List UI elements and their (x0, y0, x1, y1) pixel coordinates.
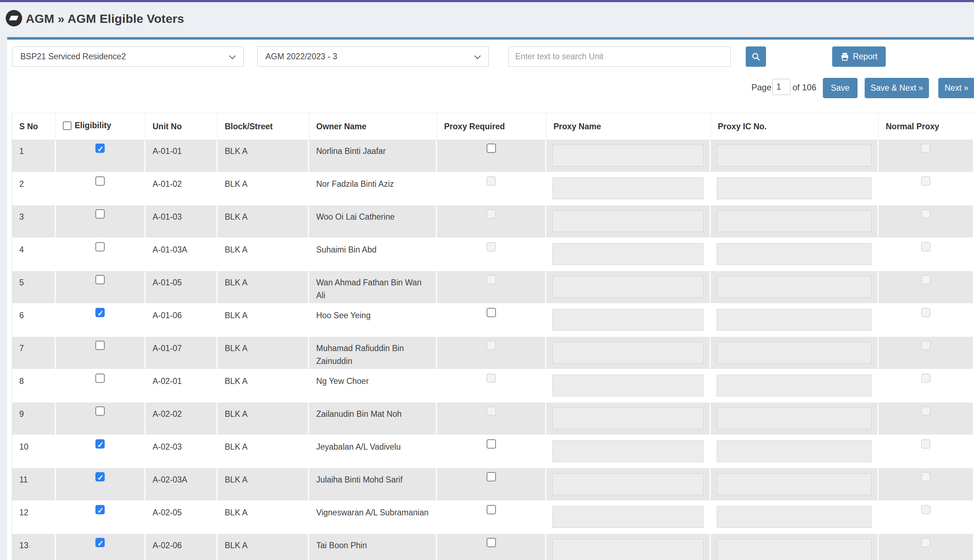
owner-name-cell: Wan Ahmad Fathan Bin Wan Ali (309, 271, 437, 304)
eligibility-checkbox[interactable] (95, 472, 105, 482)
page-number-input[interactable] (772, 79, 791, 95)
proxy-required-checkbox[interactable] (487, 538, 496, 547)
eligibility-checkbox[interactable] (95, 439, 105, 448)
proxy-required-cell (437, 402, 546, 435)
proxy-required-cell (437, 337, 546, 370)
next-button[interactable]: Next » (938, 78, 974, 98)
property-select[interactable]: BSP21 Serviced Residence2 (12, 47, 244, 67)
report-button[interactable]: Report (832, 47, 886, 67)
proxy-name-input (552, 145, 704, 167)
owner-name-cell: Ng Yew Choer (309, 370, 437, 402)
proxy-required-checkbox[interactable] (487, 505, 496, 514)
proxy-ic-cell (710, 435, 879, 468)
block-street-cell: BLK A (218, 534, 309, 560)
proxy-name-input (552, 309, 704, 331)
proxy-ic-input (717, 309, 871, 331)
s-no-cell: 4 (12, 238, 56, 271)
proxy-required-cell (437, 205, 546, 238)
proxy-name-input (552, 506, 704, 528)
proxy-name-input (552, 342, 704, 363)
s-no-cell: 1 (12, 140, 56, 172)
table-header-row: S No Eligibility Unit No Block/Street Ow… (12, 113, 974, 140)
proxy-name-cell (546, 402, 710, 435)
proxy-ic-cell (710, 304, 879, 337)
eligibility-cell (56, 238, 145, 271)
owner-name-cell: Zailanudin Bin Mat Noh (309, 402, 437, 435)
save-button[interactable]: Save (823, 78, 857, 98)
eligibility-checkbox[interactable] (95, 242, 105, 252)
proxy-name-cell (546, 205, 710, 238)
unit-no-cell: A-01-03 (145, 205, 218, 238)
proxy-required-checkbox[interactable] (487, 439, 496, 448)
s-no-cell: 13 (12, 534, 56, 560)
owner-name-cell: Jeyabalan A/L Vadivelu (309, 435, 437, 468)
proxy-required-checkbox (487, 407, 496, 416)
table-row: 10 A-02-03 BLK A Jeyabalan A/L Vadivelu (12, 435, 974, 468)
proxy-required-checkbox[interactable] (487, 308, 496, 317)
proxy-name-input (552, 539, 704, 560)
eligibility-checkbox[interactable] (95, 143, 105, 153)
agm-select[interactable]: AGM 2022/2023 - 3 (257, 47, 489, 67)
proxy-ic-cell (710, 402, 879, 435)
eligibility-checkbox[interactable] (95, 505, 105, 514)
owner-name-cell: Vigneswaran A/L Subramanian (309, 501, 437, 534)
owner-name-cell: Woo Oi Lai Catherine (309, 205, 437, 238)
eligibility-checkbox[interactable] (95, 341, 105, 350)
s-no-cell: 8 (12, 370, 56, 402)
header-unit-no: Unit No (145, 113, 218, 140)
page-header: AGM » AGM Eligible Voters (0, 2, 974, 37)
unit-no-cell: A-01-03A (145, 238, 218, 271)
s-no-cell: 12 (12, 501, 56, 534)
unit-no-cell: A-02-05 (145, 501, 218, 534)
table-row: 4 A-01-03A BLK A Suhaimi Bin Abd (12, 238, 974, 271)
normal-proxy-cell (879, 337, 974, 370)
eligibility-checkbox[interactable] (95, 538, 105, 547)
block-street-cell: BLK A (218, 402, 309, 435)
proxy-required-cell (437, 238, 546, 271)
normal-proxy-cell (879, 304, 974, 337)
s-no-cell: 10 (12, 435, 56, 468)
eligibility-checkbox[interactable] (95, 407, 105, 416)
proxy-ic-input (717, 276, 871, 298)
table-row: 11 A-02-03A BLK A Julaiha Binti Mohd Sar… (12, 468, 974, 501)
eligibility-cell (56, 468, 145, 501)
proxy-ic-cell (710, 337, 879, 370)
unit-no-cell: A-02-03A (145, 468, 218, 501)
table-row: 3 A-01-03 BLK A Woo Oi Lai Catherine (12, 205, 974, 238)
unit-no-cell: A-01-02 (145, 172, 218, 205)
proxy-required-checkbox[interactable] (487, 472, 496, 482)
eligibility-checkbox[interactable] (95, 373, 105, 383)
eligibility-cell (56, 435, 145, 468)
select-all-eligibility-checkbox[interactable] (63, 122, 72, 130)
block-street-cell: BLK A (218, 337, 309, 370)
proxy-required-cell (437, 271, 546, 304)
proxy-required-checkbox (487, 242, 496, 252)
save-and-next-button[interactable]: Save & Next » (865, 78, 929, 98)
owner-name-cell: Nor Fadzila Binti Aziz (309, 172, 437, 205)
eligibility-cell (56, 172, 145, 205)
proxy-ic-cell (710, 238, 879, 271)
proxy-name-input (552, 440, 704, 462)
chevron-down-icon (474, 52, 480, 59)
proxy-ic-cell (710, 501, 879, 534)
search-input[interactable] (509, 47, 730, 67)
normal-proxy-checkbox (921, 177, 931, 186)
eligibility-checkbox[interactable] (95, 177, 105, 186)
search-button[interactable] (746, 47, 766, 67)
header-s-no: S No (12, 113, 56, 140)
unit-no-cell: A-01-06 (145, 304, 218, 337)
normal-proxy-checkbox (921, 505, 931, 514)
proxy-name-cell (546, 435, 710, 468)
proxy-required-checkbox[interactable] (487, 143, 496, 153)
eligibility-cell (56, 140, 145, 172)
owner-name-cell: Hoo See Yeing (309, 304, 437, 337)
s-no-cell: 11 (12, 468, 56, 501)
s-no-cell: 5 (12, 271, 56, 304)
page-label: Page (751, 82, 771, 92)
eligibility-checkbox[interactable] (95, 308, 105, 317)
proxy-name-input (552, 408, 704, 429)
page-total-label: of 106 (792, 82, 816, 92)
eligibility-cell (56, 304, 145, 337)
eligibility-checkbox[interactable] (95, 209, 105, 218)
eligibility-checkbox[interactable] (95, 275, 105, 284)
